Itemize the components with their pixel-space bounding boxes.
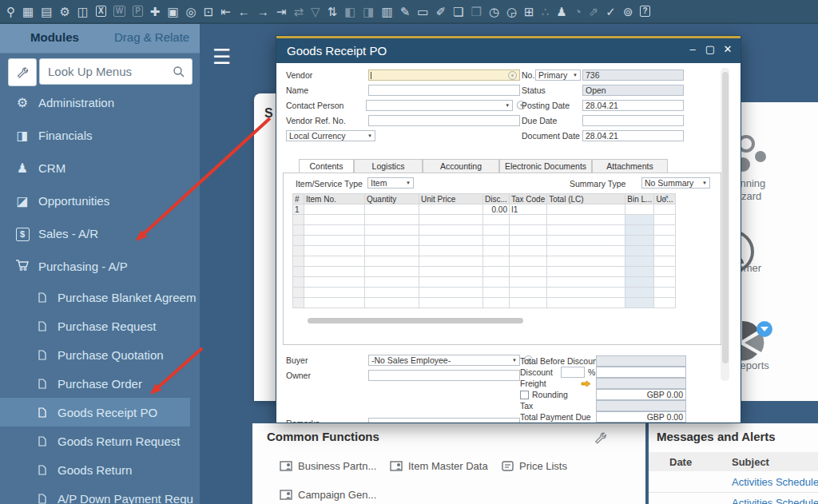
previous-record-icon[interactable]: ← bbox=[238, 6, 250, 18]
col-header[interactable]: Unit Price bbox=[419, 194, 483, 204]
sidebar-subitem-ap-down-payment-request[interactable]: A/P Down Payment Requ bbox=[0, 484, 200, 504]
sidebar-item-administration[interactable]: ⚙ Administration bbox=[0, 86, 200, 119]
cell[interactable] bbox=[365, 277, 419, 288]
cell[interactable] bbox=[625, 215, 654, 225]
cell[interactable] bbox=[510, 298, 547, 308]
col-header[interactable]: Tax Code bbox=[510, 194, 547, 204]
wrench-icon[interactable] bbox=[594, 431, 607, 445]
cell[interactable] bbox=[654, 246, 675, 256]
cell[interactable] bbox=[547, 236, 625, 246]
copy-icon[interactable]: ◫ bbox=[77, 6, 89, 18]
expand-grid-icon[interactable]: ↗ bbox=[662, 193, 669, 202]
cell[interactable] bbox=[547, 204, 625, 215]
sidebar-item-purchasing-ap[interactable]: Purchasing - A/P bbox=[0, 250, 200, 283]
edit-icon[interactable]: ✎ bbox=[400, 6, 411, 18]
cell[interactable] bbox=[547, 288, 625, 298]
cell[interactable] bbox=[547, 215, 625, 225]
grid-row[interactable] bbox=[293, 298, 676, 308]
cell[interactable] bbox=[625, 236, 654, 246]
last-record-icon[interactable]: ⇥ bbox=[276, 6, 287, 18]
choose-from-list-icon[interactable] bbox=[508, 71, 517, 80]
grid-row[interactable] bbox=[293, 277, 676, 288]
remarks-input[interactable] bbox=[368, 418, 520, 423]
form-settings-icon[interactable]: ▭ bbox=[417, 6, 428, 18]
cell[interactable] bbox=[625, 256, 654, 267]
sidebar-subitem-purchase-blanket-agreement[interactable]: Purchase Blanket Agreem bbox=[0, 283, 200, 312]
calculator-icon[interactable]: ⊞ bbox=[524, 6, 534, 18]
cell[interactable] bbox=[419, 225, 483, 236]
payment-means-icon[interactable]: ▥ bbox=[381, 6, 392, 18]
currency-dropdown[interactable]: Local Currency▼ bbox=[286, 130, 375, 141]
message-row[interactable]: Activities Schedule bbox=[649, 471, 818, 493]
cell[interactable] bbox=[304, 236, 365, 246]
cell[interactable] bbox=[365, 256, 419, 267]
help-icon[interactable]: ? bbox=[640, 6, 649, 17]
cell[interactable] bbox=[365, 267, 419, 277]
subject-column-header[interactable]: Subject bbox=[732, 456, 769, 468]
cell[interactable]: I1 bbox=[510, 204, 547, 215]
tab-contents[interactable]: Contents bbox=[299, 159, 354, 173]
maximize-button[interactable]: ▢ bbox=[704, 43, 717, 55]
document-find-icon[interactable]: ⚲ bbox=[6, 6, 15, 18]
cell[interactable] bbox=[483, 298, 510, 308]
cell[interactable] bbox=[304, 215, 365, 225]
cell[interactable] bbox=[510, 277, 547, 288]
tab-logistics[interactable]: Logistics bbox=[354, 159, 423, 173]
col-header[interactable]: Total (LC) bbox=[547, 194, 625, 204]
sidebar-subitem-purchase-quotation[interactable]: Purchase Quotation bbox=[0, 340, 200, 369]
cell[interactable] bbox=[419, 267, 483, 277]
cell[interactable] bbox=[304, 267, 365, 277]
summary-type-dropdown[interactable]: No Summary▼ bbox=[641, 177, 710, 189]
export-excel-icon[interactable]: X bbox=[96, 6, 106, 17]
grid-row[interactable] bbox=[293, 288, 676, 298]
sidebar-item-financials[interactable]: ◨ Financials bbox=[0, 119, 200, 152]
tab-drag-and-relate[interactable]: Drag & Relate bbox=[114, 30, 189, 44]
cell[interactable] bbox=[547, 267, 625, 277]
cell[interactable] bbox=[547, 277, 625, 288]
col-header[interactable]: Disc... bbox=[483, 194, 510, 204]
posting-date-input[interactable]: 28.04.21 bbox=[582, 100, 684, 111]
cell[interactable] bbox=[304, 204, 365, 215]
tab-accounting[interactable]: Accounting bbox=[423, 159, 499, 173]
cell[interactable] bbox=[483, 267, 510, 277]
freight-link-arrow-icon[interactable] bbox=[581, 380, 591, 387]
common-function-business-partner[interactable]: Business Partn... bbox=[280, 460, 376, 472]
cell[interactable] bbox=[654, 288, 675, 298]
name-input[interactable] bbox=[368, 85, 520, 96]
cell[interactable] bbox=[365, 225, 419, 236]
sort-icon[interactable]: ⇅ bbox=[328, 6, 338, 18]
activities-schedule-link[interactable]: Activities Schedule bbox=[732, 476, 818, 488]
grid-row[interactable]: 1 0.00 I1 bbox=[293, 204, 676, 215]
cell[interactable] bbox=[654, 204, 675, 215]
cell[interactable] bbox=[419, 236, 483, 246]
cell[interactable] bbox=[625, 267, 654, 277]
first-record-icon[interactable]: ⇤ bbox=[220, 6, 231, 18]
tab-attachments[interactable]: Attachments bbox=[592, 159, 668, 173]
cell[interactable] bbox=[510, 215, 547, 225]
cell[interactable] bbox=[304, 277, 365, 288]
common-function-price-lists[interactable]: Price Lists bbox=[502, 460, 567, 472]
form-scrollbar[interactable] bbox=[721, 68, 729, 381]
cell[interactable] bbox=[483, 246, 510, 256]
forward-icon[interactable]: ⊡ bbox=[204, 6, 214, 18]
cell[interactable] bbox=[365, 246, 419, 256]
sidebar-subitem-purchase-order[interactable]: Purchase Order bbox=[0, 369, 200, 398]
message-row[interactable]: Activities Schedule bbox=[649, 492, 818, 504]
cell[interactable] bbox=[625, 246, 654, 256]
move-icon[interactable]: ✚ bbox=[150, 6, 161, 18]
cell[interactable] bbox=[483, 225, 510, 236]
date-column-header[interactable]: Date bbox=[669, 456, 732, 468]
cell[interactable] bbox=[654, 215, 675, 225]
cell[interactable] bbox=[419, 215, 483, 225]
cell[interactable] bbox=[419, 298, 483, 308]
item-service-type-dropdown[interactable]: Item▼ bbox=[367, 177, 414, 189]
cell[interactable] bbox=[625, 298, 654, 308]
sidebar-subitem-purchase-request[interactable]: Purchase Request bbox=[0, 312, 200, 340]
common-function-item-master-data[interactable]: Item Master Data bbox=[390, 460, 488, 472]
sidebar-item-sales-ar[interactable]: $ Sales - A/R bbox=[0, 217, 200, 250]
cell[interactable] bbox=[483, 288, 510, 298]
discount-percent-input[interactable] bbox=[561, 367, 585, 378]
binoculars-icon[interactable]: ◎ bbox=[186, 6, 197, 18]
cell[interactable] bbox=[547, 225, 625, 236]
search-input[interactable]: Look Up Menus bbox=[39, 58, 193, 85]
